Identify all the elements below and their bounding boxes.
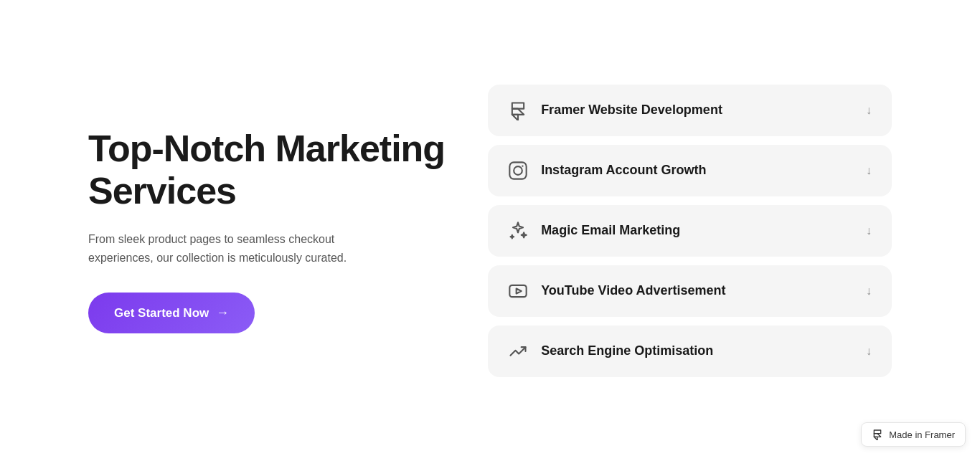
main-container: Top-Notch Marketing Services From sleek …: [31, 85, 949, 377]
seo-icon: [508, 341, 528, 361]
svg-point-2: [522, 165, 523, 166]
chevron-down-icon-instagram: ↓: [866, 164, 872, 177]
left-section: Top-Notch Marketing Services From sleek …: [88, 128, 445, 334]
chevron-down-icon-youtube: ↓: [866, 285, 872, 298]
chevron-down-icon-framer: ↓: [866, 104, 872, 117]
chevron-down-icon-email: ↓: [866, 224, 872, 237]
arrow-icon: →: [216, 305, 229, 320]
service-left-email: Magic Email Marketing: [508, 221, 680, 241]
service-label-youtube: YouTube Video Advertisement: [541, 283, 725, 298]
service-item-youtube[interactable]: YouTube Video Advertisement ↓: [488, 265, 892, 317]
service-left-seo: Search Engine Optimisation: [508, 341, 713, 361]
services-list: Framer Website Development ↓ Instagram A…: [488, 85, 892, 377]
chevron-down-icon-seo: ↓: [866, 345, 872, 358]
made-in-label: Made in Framer: [889, 429, 955, 440]
svg-point-1: [514, 166, 522, 175]
service-item-framer[interactable]: Framer Website Development ↓: [488, 85, 892, 136]
service-item-email[interactable]: Magic Email Marketing ↓: [488, 205, 892, 257]
framer-badge-icon: [872, 429, 883, 440]
svg-rect-3: [509, 285, 526, 296]
service-label-framer: Framer Website Development: [541, 103, 722, 118]
cta-label: Get Started Now: [114, 306, 209, 320]
service-label-instagram: Instagram Account Growth: [541, 163, 706, 178]
service-label-email: Magic Email Marketing: [541, 223, 680, 238]
youtube-icon: [508, 281, 528, 301]
framer-icon: [508, 100, 528, 120]
service-label-seo: Search Engine Optimisation: [541, 343, 713, 358]
made-in-framer-badge[interactable]: Made in Framer: [861, 422, 966, 447]
service-left-youtube: YouTube Video Advertisement: [508, 281, 725, 301]
instagram-icon: [508, 161, 528, 181]
service-item-seo[interactable]: Search Engine Optimisation ↓: [488, 325, 892, 377]
cta-button[interactable]: Get Started Now →: [88, 293, 255, 333]
service-item-instagram[interactable]: Instagram Account Growth ↓: [488, 145, 892, 196]
service-left-framer: Framer Website Development: [508, 100, 722, 120]
main-heading: Top-Notch Marketing Services: [88, 128, 445, 214]
svg-rect-0: [509, 162, 526, 179]
description-text: From sleek product pages to seamless che…: [88, 230, 390, 267]
service-left-instagram: Instagram Account Growth: [508, 161, 706, 181]
email-magic-icon: [508, 221, 528, 241]
svg-marker-4: [517, 288, 522, 293]
